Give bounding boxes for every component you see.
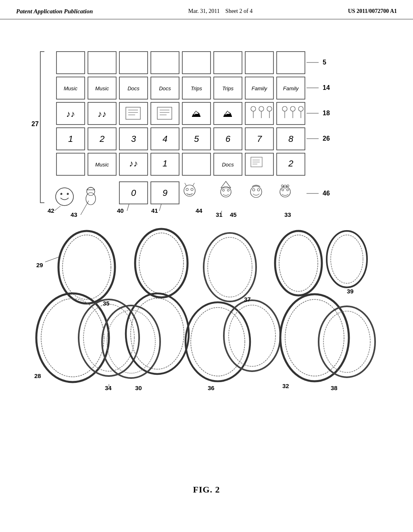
- char-46-2: [280, 185, 290, 197]
- date: Mar. 31, 2011: [188, 8, 220, 14]
- svg-point-155: [319, 306, 375, 377]
- svg-text:Trips: Trips: [191, 85, 202, 91]
- label-28: 28: [34, 372, 41, 379]
- label-18: 18: [323, 110, 330, 116]
- row-2-labels: Music Music Docs Docs Trips Trips Family…: [56, 77, 330, 99]
- sheet: Sheet 2 of 4: [225, 8, 252, 14]
- svg-point-117: [252, 189, 255, 191]
- row-3-icons: ♪♪ ♪♪ ⛰ ⛰: [56, 102, 330, 125]
- svg-text:Family: Family: [252, 85, 268, 91]
- svg-rect-7: [277, 52, 305, 74]
- svg-text:Music: Music: [64, 85, 77, 91]
- svg-point-116: [250, 186, 262, 197]
- label-39: 39: [347, 288, 354, 295]
- page-header: Patent Application Publication Mar. 31, …: [0, 0, 413, 19]
- svg-text:6: 6: [225, 134, 231, 144]
- svg-point-137: [204, 233, 256, 301]
- svg-text:Docs: Docs: [159, 85, 171, 91]
- svg-point-136: [279, 235, 318, 291]
- svg-rect-1: [88, 52, 116, 74]
- svg-point-93: [56, 188, 73, 206]
- svg-point-96: [60, 193, 61, 193]
- char-43: [86, 187, 96, 205]
- svg-rect-36: [157, 107, 172, 119]
- svg-line-128: [127, 204, 129, 211]
- label-41: 41: [151, 207, 158, 214]
- svg-point-133: [135, 229, 188, 297]
- svg-point-120: [282, 189, 284, 191]
- label-26: 26: [323, 135, 330, 142]
- svg-point-107: [191, 188, 193, 191]
- svg-text:♪♪: ♪♪: [129, 158, 138, 168]
- svg-rect-76: [56, 153, 85, 175]
- label-34: 34: [105, 384, 112, 391]
- svg-point-151: [224, 300, 280, 371]
- svg-text:1: 1: [163, 158, 167, 168]
- label-43: 43: [71, 211, 77, 218]
- svg-point-139: [327, 231, 367, 287]
- label-36: 36: [208, 384, 215, 391]
- svg-point-106: [186, 188, 188, 191]
- label-31: 31: [216, 211, 223, 218]
- svg-line-129: [159, 204, 161, 211]
- label-32: 32: [282, 382, 289, 389]
- svg-text:⛰: ⛰: [192, 108, 201, 119]
- svg-point-152: [229, 305, 275, 366]
- label-40: 40: [117, 207, 124, 214]
- svg-text:3: 3: [131, 134, 136, 144]
- svg-rect-3: [151, 52, 179, 74]
- svg-point-115: [227, 189, 229, 191]
- svg-point-121: [287, 189, 289, 191]
- svg-text:2: 2: [99, 134, 104, 144]
- label-30: 30: [135, 384, 142, 391]
- label-44: 44: [196, 207, 202, 214]
- svg-rect-35: [151, 102, 179, 125]
- char-44: [184, 183, 195, 196]
- svg-point-45: [251, 106, 256, 111]
- row-4-numbers: 1 2 3 4 5 6 7 8 26: [56, 128, 330, 150]
- label-27: 27: [31, 121, 39, 127]
- svg-point-140: [331, 235, 363, 283]
- svg-point-52: [282, 106, 287, 111]
- date-sheet: Mar. 31, 2011 Sheet 2 of 4: [188, 8, 252, 15]
- label-5: 5: [323, 59, 326, 66]
- row-6-emoji: 0 9: [56, 181, 330, 206]
- svg-text:Docs: Docs: [127, 85, 140, 91]
- svg-rect-83: [182, 153, 211, 175]
- char-45: [221, 181, 231, 197]
- svg-text:♪♪: ♪♪: [66, 109, 75, 119]
- svg-rect-2: [119, 52, 148, 74]
- svg-rect-0: [56, 52, 85, 74]
- svg-point-132: [63, 235, 111, 299]
- svg-text:1: 1: [68, 134, 73, 144]
- label-14: 14: [323, 84, 330, 91]
- svg-point-135: [275, 231, 322, 295]
- label-33: 33: [284, 211, 291, 218]
- svg-text:Trips: Trips: [222, 85, 234, 91]
- svg-text:2: 2: [288, 158, 293, 168]
- svg-line-157: [45, 257, 58, 262]
- svg-rect-4: [182, 52, 211, 74]
- svg-text:7: 7: [257, 134, 262, 144]
- svg-point-54: [290, 106, 295, 111]
- svg-point-56: [298, 106, 303, 111]
- svg-text:8: 8: [288, 134, 294, 144]
- publication-title: Patent Application Publication: [16, 8, 93, 15]
- svg-rect-86: [245, 153, 273, 175]
- svg-point-118: [257, 189, 260, 191]
- svg-line-127: [81, 201, 89, 215]
- svg-point-138: [208, 237, 252, 297]
- svg-text:0: 0: [131, 188, 136, 198]
- figure-label: FIG. 2: [193, 484, 220, 495]
- label-45: 45: [230, 211, 237, 218]
- svg-point-142: [41, 299, 104, 377]
- svg-text:⛰: ⛰: [223, 108, 233, 119]
- svg-point-154: [285, 299, 344, 376]
- svg-text:5: 5: [194, 134, 199, 144]
- label-38: 38: [331, 384, 338, 391]
- label-35: 35: [103, 300, 110, 307]
- svg-line-126: [54, 206, 60, 211]
- label-29-ref: 29: [36, 262, 43, 268]
- svg-point-47: [259, 106, 264, 111]
- svg-text:Family: Family: [283, 85, 299, 91]
